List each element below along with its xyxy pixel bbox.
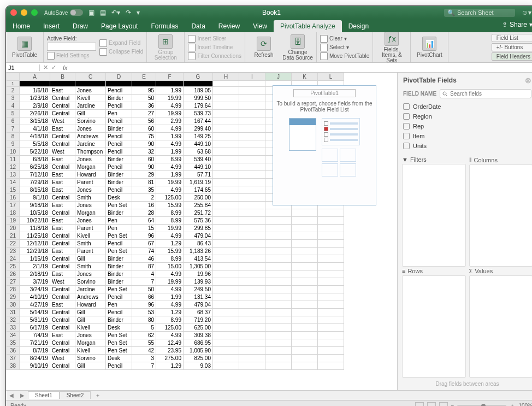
cell[interactable] [239, 309, 265, 316]
cell[interactable] [265, 293, 292, 301]
cell[interactable] [213, 316, 239, 324]
cell[interactable]: Pencil [106, 148, 132, 156]
cell[interactable]: Sorvino [75, 355, 106, 362]
cell[interactable]: 95 [132, 87, 156, 95]
cell[interactable] [292, 324, 318, 332]
cell[interactable]: 8.99 [156, 217, 184, 225]
page-break-view-button[interactable] [439, 402, 448, 407]
row-header[interactable]: 7 [7, 125, 20, 133]
cell[interactable]: Binder [106, 270, 132, 278]
row-header[interactable]: 11 [7, 156, 20, 163]
cell[interactable]: East [50, 171, 75, 179]
cell[interactable]: East [50, 156, 75, 163]
cell[interactable]: 309.38 [184, 332, 213, 339]
cell[interactable]: 16 [132, 202, 156, 209]
cell[interactable]: Smith [75, 240, 106, 248]
cell[interactable]: Parent [75, 225, 106, 232]
column-header-K[interactable]: K [292, 73, 318, 81]
cell[interactable]: 32 [132, 148, 156, 156]
cell[interactable] [318, 293, 344, 301]
cell[interactable]: Pen [106, 110, 132, 117]
cell[interactable]: 15 [132, 225, 156, 232]
cell[interactable]: 275.00 [156, 355, 184, 362]
cell[interactable]: Pen Set [106, 286, 132, 293]
cell[interactable]: Kivell [75, 347, 106, 355]
cell[interactable]: East [50, 202, 75, 209]
cell[interactable]: 23.95 [156, 347, 184, 355]
cell[interactable]: 1.99 [156, 171, 184, 179]
cell[interactable]: 1.99 [156, 148, 184, 156]
cell[interactable]: 50 [132, 286, 156, 293]
cell[interactable]: 4/27/19 [20, 301, 50, 309]
row-header[interactable]: 23 [7, 248, 20, 255]
cell[interactable]: 46 [132, 255, 156, 263]
cell[interactable] [265, 240, 292, 248]
cell[interactable] [292, 316, 318, 324]
values-drop-zone[interactable] [469, 275, 533, 378]
cell[interactable]: 4.99 [156, 301, 184, 309]
cell[interactable]: Howard [75, 301, 106, 309]
cell[interactable] [318, 278, 344, 286]
cell[interactable] [239, 133, 265, 140]
tab-design[interactable]: Design [342, 20, 375, 32]
row-header[interactable]: 4 [7, 102, 20, 110]
cell[interactable]: Pencil [106, 293, 132, 301]
fields-items-sets-button[interactable]: ƒxFields, Items, & Sets [376, 32, 407, 63]
cell[interactable] [265, 286, 292, 293]
cell[interactable]: Gill [75, 110, 106, 117]
row-header[interactable]: 28 [7, 286, 20, 293]
cell[interactable] [265, 309, 292, 316]
cell[interactable]: 15.99 [156, 248, 184, 255]
cell[interactable]: Binder [106, 278, 132, 286]
cell[interactable]: 4/1/18 [20, 125, 50, 133]
cell[interactable]: Gill [75, 362, 106, 370]
cell[interactable] [318, 232, 344, 240]
zoom-in-button[interactable]: ＋ [510, 402, 515, 407]
cell[interactable]: East [50, 225, 75, 232]
cell[interactable] [292, 301, 318, 309]
cell[interactable]: 3/15/18 [20, 117, 50, 125]
cell[interactable]: 1.29 [156, 309, 184, 316]
cell[interactable]: East [50, 87, 75, 95]
row-header[interactable]: 29 [7, 293, 20, 301]
cell[interactable]: 56 [132, 117, 156, 125]
cell[interactable]: 1/23/18 [20, 95, 50, 102]
cell[interactable] [265, 324, 292, 332]
cell[interactable]: 55 [132, 339, 156, 347]
cell[interactable]: Central [50, 316, 75, 324]
column-header-L[interactable]: L [318, 73, 344, 81]
cell[interactable] [318, 362, 344, 370]
cell[interactable]: 12/12/18 [20, 240, 50, 248]
cell[interactable]: 8/7/19 [20, 347, 50, 355]
cell[interactable] [239, 156, 265, 163]
row-header[interactable]: 10 [7, 148, 20, 156]
cell[interactable] [292, 355, 318, 362]
cell[interactable] [292, 232, 318, 240]
cell[interactable]: Sorvino [75, 278, 106, 286]
cell[interactable]: Sorvino [75, 117, 106, 125]
cell[interactable]: Gill [75, 255, 106, 263]
cell[interactable]: Binder [106, 209, 132, 217]
cell[interactable]: Andrews [75, 293, 106, 301]
cell[interactable]: 42 [132, 347, 156, 355]
cell[interactable]: Andrews [75, 133, 106, 140]
cell[interactable] [292, 270, 318, 278]
cell[interactable]: Parent [75, 179, 106, 186]
cell[interactable] [213, 125, 239, 133]
tab-home[interactable]: Home [6, 20, 37, 32]
cell[interactable]: 4.99 [156, 332, 184, 339]
cell[interactable] [239, 148, 265, 156]
cell[interactable]: 86.43 [184, 240, 213, 248]
cell[interactable]: Pencil [106, 102, 132, 110]
cell[interactable]: 251.72 [184, 209, 213, 217]
cell[interactable] [265, 316, 292, 324]
cell[interactable]: 299.40 [184, 125, 213, 133]
tab-pivottable-analyze[interactable]: PivotTable Analyze [274, 20, 342, 32]
maximize-window-icon[interactable] [31, 9, 38, 16]
cell[interactable] [292, 255, 318, 263]
cell[interactable]: 4/18/18 [20, 133, 50, 140]
cell[interactable]: 7/21/19 [20, 339, 50, 347]
cell[interactable] [318, 355, 344, 362]
cell[interactable]: Kivell [75, 232, 106, 240]
column-header-E[interactable]: E [132, 73, 156, 81]
